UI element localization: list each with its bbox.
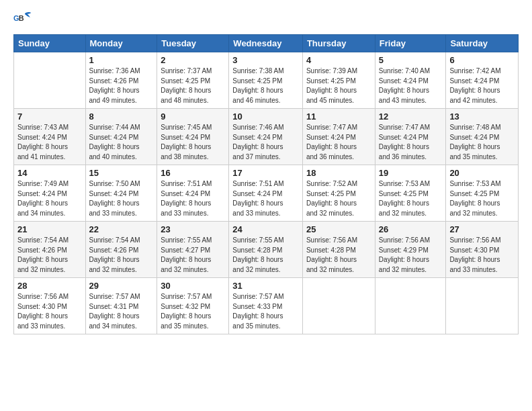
logo: G B — [13, 10, 35, 29]
day-cell: 1Sunrise: 7:36 AM Sunset: 4:26 PM Daylig… — [85, 52, 157, 109]
day-info: Sunrise: 7:52 AM Sunset: 4:25 PM Dayligh… — [306, 179, 371, 218]
day-info: Sunrise: 7:55 AM Sunset: 4:27 PM Dayligh… — [161, 236, 225, 275]
day-cell: 4Sunrise: 7:39 AM Sunset: 4:25 PM Daylig… — [302, 52, 375, 109]
day-info: Sunrise: 7:37 AM Sunset: 4:25 PM Dayligh… — [161, 66, 225, 105]
header-cell-thursday: Thursday — [302, 35, 375, 52]
day-info: Sunrise: 7:39 AM Sunset: 4:25 PM Dayligh… — [306, 66, 371, 105]
day-cell: 19Sunrise: 7:53 AM Sunset: 4:25 PM Dayli… — [375, 165, 446, 222]
header-cell-wednesday: Wednesday — [229, 35, 303, 52]
day-info: Sunrise: 7:56 AM Sunset: 4:29 PM Dayligh… — [379, 236, 443, 275]
day-cell: 21Sunrise: 7:54 AM Sunset: 4:26 PM Dayli… — [14, 222, 86, 278]
header-row: SundayMondayTuesdayWednesdayThursdayFrid… — [14, 35, 519, 52]
day-number: 14 — [17, 168, 82, 178]
day-number: 2 — [161, 55, 225, 65]
day-number: 21 — [17, 224, 82, 234]
week-row-2: 14Sunrise: 7:49 AM Sunset: 4:24 PM Dayli… — [14, 165, 519, 222]
day-number: 3 — [232, 55, 299, 65]
day-cell: 17Sunrise: 7:51 AM Sunset: 4:24 PM Dayli… — [229, 165, 303, 222]
day-info: Sunrise: 7:47 AM Sunset: 4:24 PM Dayligh… — [306, 123, 371, 162]
logo-icon: G B — [13, 10, 32, 29]
day-cell: 29Sunrise: 7:57 AM Sunset: 4:31 PM Dayli… — [85, 278, 157, 334]
day-number: 27 — [449, 224, 515, 234]
day-number: 7 — [17, 111, 82, 122]
day-cell — [302, 278, 375, 334]
day-info: Sunrise: 7:54 AM Sunset: 4:26 PM Dayligh… — [17, 236, 82, 275]
day-number: 18 — [306, 168, 371, 178]
day-number: 10 — [232, 111, 299, 122]
header: G B — [13, 10, 519, 29]
day-number: 26 — [379, 224, 443, 234]
day-number: 12 — [379, 111, 443, 122]
day-cell: 11Sunrise: 7:47 AM Sunset: 4:24 PM Dayli… — [302, 109, 375, 165]
day-info: Sunrise: 7:57 AM Sunset: 4:32 PM Dayligh… — [161, 292, 225, 331]
day-info: Sunrise: 7:36 AM Sunset: 4:26 PM Dayligh… — [89, 66, 154, 105]
day-cell: 30Sunrise: 7:57 AM Sunset: 4:32 PM Dayli… — [157, 278, 229, 334]
day-cell: 23Sunrise: 7:55 AM Sunset: 4:27 PM Dayli… — [157, 222, 229, 278]
day-number: 31 — [232, 281, 299, 291]
day-cell: 2Sunrise: 7:37 AM Sunset: 4:25 PM Daylig… — [157, 52, 229, 109]
day-info: Sunrise: 7:56 AM Sunset: 4:28 PM Dayligh… — [306, 236, 371, 275]
day-info: Sunrise: 7:51 AM Sunset: 4:24 PM Dayligh… — [232, 179, 299, 218]
svg-text:B: B — [19, 14, 24, 22]
day-cell: 5Sunrise: 7:40 AM Sunset: 4:24 PM Daylig… — [375, 52, 446, 109]
day-cell: 8Sunrise: 7:44 AM Sunset: 4:24 PM Daylig… — [85, 109, 157, 165]
day-number: 1 — [89, 55, 154, 65]
day-info: Sunrise: 7:48 AM Sunset: 4:24 PM Dayligh… — [449, 123, 515, 162]
day-info: Sunrise: 7:56 AM Sunset: 4:30 PM Dayligh… — [17, 292, 82, 331]
day-info: Sunrise: 7:46 AM Sunset: 4:24 PM Dayligh… — [232, 123, 299, 162]
day-info: Sunrise: 7:50 AM Sunset: 4:24 PM Dayligh… — [89, 179, 154, 218]
day-info: Sunrise: 7:55 AM Sunset: 4:28 PM Dayligh… — [232, 236, 299, 275]
header-cell-tuesday: Tuesday — [157, 35, 229, 52]
day-number: 8 — [89, 111, 154, 122]
day-info: Sunrise: 7:44 AM Sunset: 4:24 PM Dayligh… — [89, 123, 154, 162]
day-number: 24 — [232, 224, 299, 234]
day-info: Sunrise: 7:54 AM Sunset: 4:26 PM Dayligh… — [89, 236, 154, 275]
day-number: 5 — [379, 55, 443, 65]
day-info: Sunrise: 7:40 AM Sunset: 4:24 PM Dayligh… — [379, 66, 443, 105]
day-number: 23 — [161, 224, 225, 234]
day-info: Sunrise: 7:43 AM Sunset: 4:24 PM Dayligh… — [17, 123, 82, 162]
day-info: Sunrise: 7:47 AM Sunset: 4:24 PM Dayligh… — [379, 123, 443, 162]
day-number: 28 — [17, 281, 82, 291]
day-info: Sunrise: 7:57 AM Sunset: 4:33 PM Dayligh… — [232, 292, 299, 331]
day-cell: 12Sunrise: 7:47 AM Sunset: 4:24 PM Dayli… — [375, 109, 446, 165]
day-cell: 22Sunrise: 7:54 AM Sunset: 4:26 PM Dayli… — [85, 222, 157, 278]
day-cell — [375, 278, 446, 334]
day-cell — [446, 278, 519, 334]
day-number: 19 — [379, 168, 443, 178]
day-info: Sunrise: 7:42 AM Sunset: 4:24 PM Dayligh… — [449, 66, 515, 105]
day-number: 17 — [232, 168, 299, 178]
day-cell: 9Sunrise: 7:45 AM Sunset: 4:24 PM Daylig… — [157, 109, 229, 165]
day-cell: 3Sunrise: 7:38 AM Sunset: 4:25 PM Daylig… — [229, 52, 303, 109]
day-number: 11 — [306, 111, 371, 122]
day-cell: 16Sunrise: 7:51 AM Sunset: 4:24 PM Dayli… — [157, 165, 229, 222]
header-cell-saturday: Saturday — [446, 35, 519, 52]
day-info: Sunrise: 7:49 AM Sunset: 4:24 PM Dayligh… — [17, 179, 82, 218]
week-row-1: 7Sunrise: 7:43 AM Sunset: 4:24 PM Daylig… — [14, 109, 519, 165]
day-info: Sunrise: 7:53 AM Sunset: 4:25 PM Dayligh… — [449, 179, 515, 218]
day-info: Sunrise: 7:57 AM Sunset: 4:31 PM Dayligh… — [89, 292, 154, 331]
day-info: Sunrise: 7:56 AM Sunset: 4:30 PM Dayligh… — [449, 236, 515, 275]
day-cell: 14Sunrise: 7:49 AM Sunset: 4:24 PM Dayli… — [14, 165, 86, 222]
day-cell: 31Sunrise: 7:57 AM Sunset: 4:33 PM Dayli… — [229, 278, 303, 334]
day-info: Sunrise: 7:51 AM Sunset: 4:24 PM Dayligh… — [161, 179, 225, 218]
day-cell: 25Sunrise: 7:56 AM Sunset: 4:28 PM Dayli… — [302, 222, 375, 278]
day-cell: 18Sunrise: 7:52 AM Sunset: 4:25 PM Dayli… — [302, 165, 375, 222]
week-row-4: 28Sunrise: 7:56 AM Sunset: 4:30 PM Dayli… — [14, 278, 519, 334]
day-cell — [14, 52, 86, 109]
day-number: 22 — [89, 224, 154, 234]
day-cell: 6Sunrise: 7:42 AM Sunset: 4:24 PM Daylig… — [446, 52, 519, 109]
day-number: 15 — [89, 168, 154, 178]
day-info: Sunrise: 7:53 AM Sunset: 4:25 PM Dayligh… — [379, 179, 443, 218]
week-row-3: 21Sunrise: 7:54 AM Sunset: 4:26 PM Dayli… — [14, 222, 519, 278]
day-cell: 27Sunrise: 7:56 AM Sunset: 4:30 PM Dayli… — [446, 222, 519, 278]
header-cell-friday: Friday — [375, 35, 446, 52]
day-number: 13 — [449, 111, 515, 122]
day-info: Sunrise: 7:45 AM Sunset: 4:24 PM Dayligh… — [161, 123, 225, 162]
day-cell: 7Sunrise: 7:43 AM Sunset: 4:24 PM Daylig… — [14, 109, 86, 165]
page: G B SundayMondayTuesdayWednesdayThursday… — [0, 0, 532, 411]
header-cell-monday: Monday — [85, 35, 157, 52]
day-cell: 26Sunrise: 7:56 AM Sunset: 4:29 PM Dayli… — [375, 222, 446, 278]
day-info: Sunrise: 7:38 AM Sunset: 4:25 PM Dayligh… — [232, 66, 299, 105]
day-cell: 13Sunrise: 7:48 AM Sunset: 4:24 PM Dayli… — [446, 109, 519, 165]
